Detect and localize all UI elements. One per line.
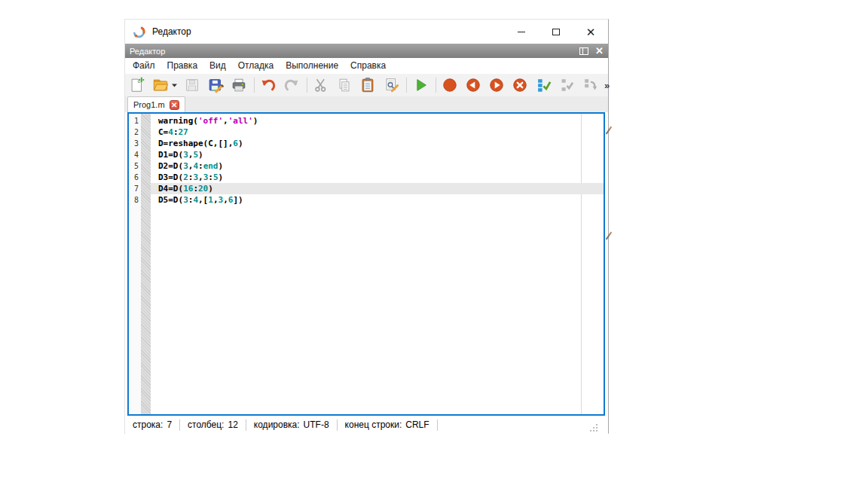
menu-bar: ФайлПравкаВидОтладкаВыполнениеСправка: [125, 58, 608, 74]
line-number: 6: [129, 172, 141, 183]
line-number: 5: [129, 160, 141, 172]
step-in-button[interactable]: [558, 76, 576, 94]
open-dropdown-button[interactable]: [172, 84, 178, 87]
toolbar-overflow-button[interactable]: »: [604, 80, 610, 91]
status-value: CRLF: [405, 419, 429, 430]
dock-titlebar[interactable]: Редактор ✕: [125, 44, 608, 58]
code-line-2[interactable]: C=4:27: [151, 127, 604, 138]
line-number: 1: [129, 115, 141, 127]
previous-breakpoint-button[interactable]: [464, 76, 482, 94]
next-breakpoint-button[interactable]: [487, 76, 506, 94]
save-as-button[interactable]: [206, 76, 225, 94]
status-separator: [179, 419, 180, 431]
cut-button[interactable]: [312, 76, 330, 94]
status-item-1: столбец:12: [188, 419, 238, 430]
cross-circle-icon: [512, 77, 528, 93]
maximize-button[interactable]: [539, 20, 573, 44]
code-line-7[interactable]: D4=D(16:20): [151, 183, 604, 194]
new-file-button[interactable]: [128, 76, 146, 94]
paste-icon: [359, 77, 376, 93]
open-folder-icon: [152, 77, 169, 93]
redo-button[interactable]: [283, 76, 301, 94]
breakpoint-margin[interactable]: [141, 114, 151, 414]
status-label: кодировка:: [254, 419, 300, 430]
line-number: 3: [129, 138, 141, 149]
status-item-2: кодировка:UTF-8: [254, 419, 329, 430]
status-value: 12: [228, 419, 237, 430]
menu-item-1[interactable]: Правка: [161, 58, 204, 74]
open-file-button[interactable]: [151, 76, 170, 94]
step-out-icon: [582, 77, 598, 93]
line-number: 8: [129, 194, 141, 206]
tab-close-button[interactable]: ✕: [170, 100, 179, 110]
code-line-5[interactable]: D2=D(3,4:end): [151, 160, 604, 172]
window-edge-mark: [606, 232, 613, 240]
window-title: Редактор: [152, 26, 191, 37]
run-button[interactable]: [411, 76, 429, 94]
line-number-gutter: 12345678: [129, 114, 141, 414]
resize-grip[interactable]: [596, 424, 598, 425]
status-value: UTF-8: [304, 419, 329, 430]
code-area[interactable]: warning('off','all')C=4:27D=reshape(C,[]…: [151, 114, 604, 414]
save-icon: [184, 77, 200, 93]
menu-item-4[interactable]: Выполнение: [280, 58, 344, 74]
toolbar-separator: [307, 78, 307, 93]
tab-bar: Prog1.m ✕: [125, 96, 608, 112]
dock-close-button[interactable]: ✕: [595, 46, 604, 56]
maximize-icon: [552, 29, 560, 35]
window-edge-mark: [606, 127, 613, 135]
code-line-4[interactable]: D1=D(3,5): [151, 149, 604, 160]
status-separator: [246, 419, 246, 431]
print-button[interactable]: [230, 76, 248, 94]
status-value: 7: [167, 419, 172, 430]
toolbar-separator: [254, 78, 255, 93]
status-separator: [437, 419, 438, 431]
minimize-icon: [518, 32, 525, 32]
chevron-down-icon: [172, 84, 178, 87]
paste-button[interactable]: [359, 76, 377, 94]
status-separator: [337, 419, 338, 431]
code-line-6[interactable]: D3=D(2:3,3:5): [151, 172, 604, 183]
arrow-right-circle-icon: [488, 77, 505, 93]
undo-button[interactable]: [259, 76, 277, 94]
menu-item-2[interactable]: Вид: [203, 58, 232, 74]
tab-prog1[interactable]: Prog1.m ✕: [127, 96, 185, 112]
minimize-button[interactable]: [504, 20, 539, 44]
code-line-3[interactable]: D=reshape(C,[],6): [151, 138, 604, 149]
breakpoint-icon: [442, 77, 458, 93]
status-item-3: конец строки:CRLF: [345, 419, 429, 430]
copy-button[interactable]: [335, 76, 353, 94]
tab-label: Prog1.m: [133, 100, 165, 109]
line-number: 2: [129, 127, 141, 138]
find-button[interactable]: [382, 76, 400, 94]
copy-icon: [336, 77, 353, 93]
undock-button[interactable]: [579, 47, 588, 55]
save-button[interactable]: [183, 76, 201, 94]
window-titlebar[interactable]: Редактор ✕: [125, 20, 608, 44]
toolbar-separator: [436, 78, 436, 93]
toggle-breakpoint-button[interactable]: [441, 76, 459, 94]
dock-title: Редактор: [130, 47, 165, 56]
toolbar: »: [125, 74, 608, 96]
menu-item-0[interactable]: Файл: [127, 58, 161, 74]
save-as-icon: [207, 77, 224, 93]
print-icon: [231, 77, 247, 93]
find-replace-icon: [383, 77, 399, 93]
undo-icon: [260, 77, 277, 93]
redo-icon: [283, 77, 300, 93]
menu-item-3[interactable]: Отладка: [232, 58, 280, 74]
menu-item-5[interactable]: Справка: [344, 58, 392, 74]
step-out-button[interactable]: [581, 76, 599, 94]
status-bar: строка:7столбец:12кодировка:UTF-8конец с…: [125, 416, 608, 434]
status-label: столбец:: [188, 419, 224, 430]
toolbar-separator: [406, 78, 407, 93]
arrow-left-circle-icon: [465, 77, 481, 93]
step-button[interactable]: [534, 76, 552, 94]
status-label: строка:: [133, 419, 163, 430]
close-button[interactable]: ✕: [573, 20, 608, 44]
code-line-8[interactable]: D5=D(3:4,[1,3,6]): [151, 194, 604, 206]
line-number: 7: [129, 183, 141, 194]
remove-breakpoints-button[interactable]: [511, 76, 529, 94]
status-item-0: строка:7: [133, 419, 172, 430]
code-line-1[interactable]: warning('off','all'): [151, 115, 604, 127]
